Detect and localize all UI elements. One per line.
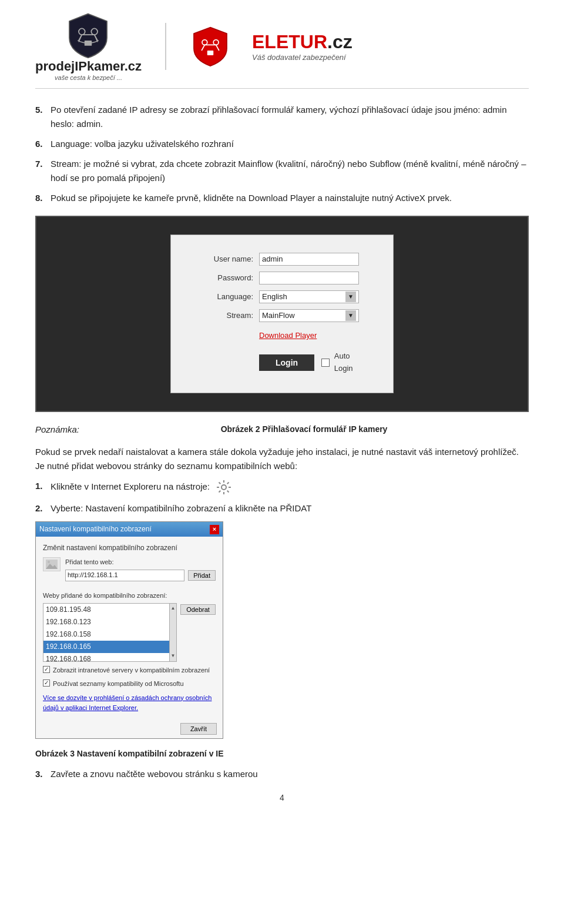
- svg-point-14: [221, 485, 226, 490]
- note-text: Pokud se prvek nedaří naistalovat a kame…: [35, 445, 529, 473]
- step-2: 2. Vyberte: Nastavení kompatibilního zob…: [35, 501, 529, 515]
- microsoft-checkbox[interactable]: ✓: [43, 679, 50, 687]
- auto-login-area: Auto Login: [321, 350, 370, 375]
- language-label: Language:: [194, 291, 253, 303]
- stream-row: Stream: MainFlow ▼: [194, 309, 370, 322]
- ie-listbox[interactable]: 109.81.195.48 192.168.0.123 192.168.0.15…: [43, 604, 169, 661]
- step-2-text: Vyberte: Nastavení kompatibilního zobraz…: [51, 501, 529, 515]
- list-item: 109.81.195.48: [43, 604, 169, 616]
- svg-line-21: [227, 482, 229, 484]
- login-screenshot: User name: admin Password: Language: Eng…: [35, 216, 529, 412]
- item-6-text: Language: volba jazyku uživatelského roz…: [51, 137, 529, 151]
- logo-right: ELETUR.cz Váš dodavatel zabezpečení: [252, 31, 352, 62]
- login-btn-row: Login Auto Login: [259, 350, 370, 375]
- shield-right-icon: [190, 26, 231, 67]
- ie-dialog-title: Nastavení kompatibilního zobrazení: [39, 524, 152, 535]
- step-1-text: Klikněte v Internet Exploreru na nástroj…: [51, 479, 529, 496]
- shield-left-icon: [65, 12, 112, 59]
- privacy-link[interactable]: Více se dozvíte v prohlášení o zásadách …: [43, 693, 216, 714]
- item-7: 7. Stream: je možné si vybrat, zda chcet…: [35, 157, 529, 185]
- checkbox-1-label: Zobrazit intranetové servery v kompatibi…: [53, 665, 210, 676]
- list-item: 192.168.0.123: [43, 616, 169, 628]
- gear-icon: [216, 479, 232, 496]
- ie-image-placeholder: [43, 557, 61, 571]
- ie-dialog-screenshot: Nastavení kompatibilního zobrazení × Změ…: [35, 521, 223, 739]
- add-web-row: http://192.168.1.1 Přidat: [65, 570, 216, 581]
- username-row: User name: admin: [194, 253, 370, 266]
- brand-sub-left: vaše cesta k bezpečí ...: [55, 74, 122, 81]
- eletur-black: .cz: [327, 31, 352, 52]
- login-form: User name: admin Password: Language: Eng…: [170, 235, 394, 393]
- stream-select[interactable]: MainFlow ▼: [259, 309, 359, 322]
- ie-listbox-scrollbar[interactable]: ▲ ▼: [169, 604, 176, 661]
- item-5: 5. Po otevření zadané IP adresy se zobra…: [35, 103, 529, 131]
- close-dialog-button[interactable]: Zavřít: [180, 723, 217, 735]
- stream-label: Stream:: [194, 310, 253, 322]
- ie-dialog-body: Změnit nastavení kompatibilního zobrazen…: [36, 537, 223, 719]
- add-web-button[interactable]: Přidat: [188, 570, 216, 581]
- checkbox-2-label: Používat seznamy kompatibility od Micros…: [53, 679, 184, 689]
- step-3-num: 3.: [35, 767, 46, 781]
- login-button[interactable]: Login: [259, 354, 314, 371]
- eletur-red: ELETUR: [252, 31, 327, 52]
- svg-line-22: [219, 491, 221, 493]
- step-1-num: 1.: [35, 479, 46, 496]
- stream-dropdown-arrow: ▼: [345, 310, 356, 321]
- item-5-text: Po otevření zadané IP adresy se zobrazí …: [51, 103, 529, 131]
- language-select[interactable]: English ▼: [259, 290, 359, 303]
- ie-footer: Zavřít: [36, 719, 223, 738]
- ie-titlebar: Nastavení kompatibilního zobrazení ×: [36, 522, 223, 537]
- main-content: 5. Po otevření zadané IP adresy se zobra…: [35, 103, 529, 781]
- privacy-link-row: Více se dozvíte v prohlášení o zásadách …: [43, 693, 216, 714]
- ie-section-title: Změnit nastavení kompatibilního zobrazen…: [43, 543, 216, 554]
- intranet-checkbox[interactable]: ✓: [43, 666, 50, 673]
- page-number: 4: [35, 793, 529, 802]
- username-label: User name:: [194, 253, 253, 266]
- password-input[interactable]: [259, 272, 359, 284]
- figure-3-caption: Obrázek 3 Nastavení kompatibilní zobraze…: [35, 747, 529, 760]
- item-6: 6. Language: volba jazyku uživatelského …: [35, 137, 529, 151]
- remove-button[interactable]: Odebrat: [180, 604, 216, 615]
- item-7-num: 7.: [35, 157, 46, 185]
- step-3-text: Zavřete a znovu načtěte webovou stránku …: [51, 767, 529, 781]
- download-player-link[interactable]: Download Player: [259, 331, 317, 340]
- add-web-label: Přidat tento web:: [65, 557, 216, 568]
- step-3: 3. Zavřete a znovu načtěte webovou strán…: [35, 767, 529, 781]
- item-8-num: 8.: [35, 191, 46, 205]
- language-dropdown-arrow: ▼: [345, 292, 356, 302]
- list-item: 192.168.0.158: [43, 628, 169, 641]
- item-7-text: Stream: je možné si vybrat, zda chcete z…: [51, 157, 529, 185]
- auto-login-label: Auto Login: [334, 350, 370, 375]
- list-item: 192.168.0.168: [43, 653, 169, 661]
- svg-line-19: [219, 482, 221, 484]
- item-8: 8. Pokud se připojujete ke kameře prvně,…: [35, 191, 529, 205]
- password-label: Password:: [194, 272, 253, 284]
- figure-2-caption: Obrázek 2 Přihlašovací formulář IP kamer…: [79, 423, 529, 436]
- svg-line-20: [227, 491, 229, 493]
- list-item: 192.168.0.165: [43, 641, 169, 653]
- checkbox-1-row: ✓ Zobrazit intranetové servery v kompati…: [43, 665, 216, 676]
- item-5-num: 5.: [35, 103, 46, 131]
- username-input[interactable]: admin: [259, 253, 359, 266]
- password-row: Password:: [194, 272, 370, 284]
- step-1: 1. Klikněte v Internet Exploreru na nást…: [35, 479, 529, 496]
- page-header: prodejIPkamer.cz vaše cesta k bezpečí ..…: [35, 12, 529, 89]
- item-6-num: 6.: [35, 137, 46, 151]
- checkbox-2-row: ✓ Používat seznamy kompatibility od Micr…: [43, 679, 216, 689]
- add-web-input[interactable]: http://192.168.1.1: [65, 570, 184, 581]
- ie-list-label: Weby přidané do kompatibilního zobrazení…: [43, 591, 216, 601]
- ie-list-area: 109.81.195.48 192.168.0.123 192.168.0.15…: [43, 603, 216, 662]
- auto-login-checkbox[interactable]: [321, 359, 330, 367]
- note-label: Poznámka:: [35, 424, 79, 434]
- poznamka-label: Poznámka:: [35, 423, 79, 437]
- step-2-num: 2.: [35, 501, 46, 515]
- brand-name-left: prodejIPkamer.cz: [35, 59, 142, 74]
- svg-rect-13: [207, 51, 214, 55]
- download-row: Download Player: [259, 328, 370, 342]
- header-divider: [165, 23, 166, 70]
- logo-left: prodejIPkamer.cz vaše cesta k bezpečí ..…: [35, 12, 142, 81]
- language-row: Language: English ▼: [194, 290, 370, 303]
- eletur-tagline: Váš dodavatel zabezpečení: [252, 53, 346, 62]
- item-8-text: Pokud se připojujete ke kameře prvně, kl…: [51, 191, 529, 205]
- ie-close-button[interactable]: ×: [210, 525, 219, 534]
